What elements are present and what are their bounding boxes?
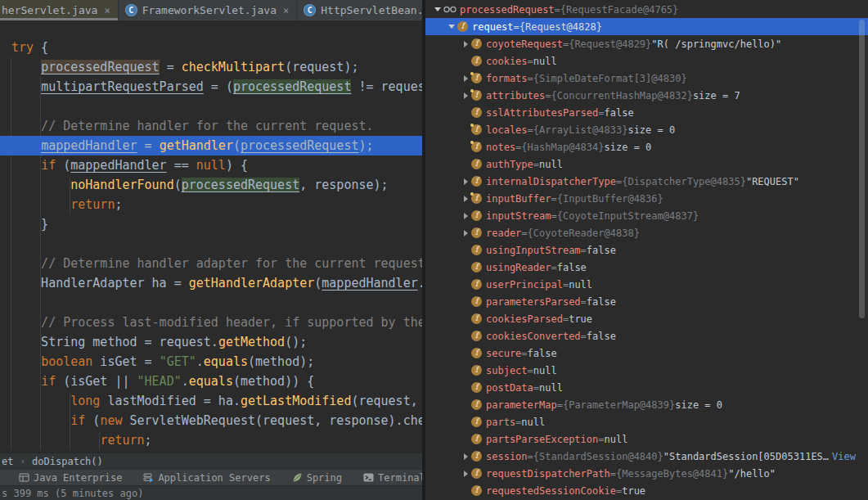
variable-value: null bbox=[605, 434, 628, 445]
chevron-right-icon[interactable] bbox=[460, 75, 471, 82]
variable-row-parametersParsed[interactable]: fparametersParsed = false bbox=[425, 293, 868, 310]
variable-row-formats[interactable]: fformats = {SimpleDateFormat[3]@4830} bbox=[425, 70, 868, 87]
code-line: // Determine handler for the current req… bbox=[0, 116, 422, 136]
execution-line: mappedHandler = getHandler(processedRequ… bbox=[0, 136, 422, 155]
code-line: if (isGet || "HEAD".equals(method)) { bbox=[0, 372, 422, 391]
variable-row-cookiesParsed[interactable]: fcookiesParsed = true bbox=[425, 310, 868, 327]
chevron-right-icon[interactable] bbox=[460, 178, 471, 185]
breadcrumb-item[interactable]: et bbox=[2, 456, 13, 467]
variable-row-coyoteRequest[interactable]: fcoyoteRequest = {Request@4829} "R( /spr… bbox=[425, 35, 868, 52]
variable-row-request[interactable]: frequest = {Request@4828} bbox=[425, 18, 868, 35]
variable-row-parameterMap[interactable]: fparameterMap = {ParameterMap@4839} size… bbox=[425, 396, 868, 413]
variable-value: "REQUEST" bbox=[746, 176, 799, 187]
code-line bbox=[0, 97, 422, 116]
variable-row-usingReader[interactable]: fusingReader = false bbox=[425, 259, 868, 276]
chevron-right-icon[interactable] bbox=[460, 41, 471, 47]
breadcrumb-item[interactable]: doDispatch() bbox=[32, 456, 103, 467]
editor-tab-herservlet-java[interactable]: herServlet.java× bbox=[0, 0, 119, 20]
field-icon: f bbox=[457, 21, 468, 32]
code-token bbox=[11, 158, 41, 173]
field-icon: f bbox=[471, 210, 482, 221]
variable-row-locales[interactable]: flocales = {ArrayList@4833} size = 0 bbox=[425, 121, 868, 138]
variable-row-sslAttributesParsed[interactable]: fsslAttributesParsed = false bbox=[425, 104, 868, 121]
chevron-down-icon[interactable] bbox=[432, 7, 443, 11]
variable-row-inputStream[interactable]: finputStream = {CoyoteInputStream@4837} bbox=[425, 207, 868, 224]
toolwindow-button-application-servers[interactable]: Application Servers bbox=[134, 470, 279, 485]
toolwindow-button-java-enterprise[interactable]: Java Enterprise bbox=[10, 470, 131, 485]
variable-row-notes[interactable]: fnotes = {HashMap@4834} size = 0 bbox=[425, 138, 868, 155]
code-token: equals bbox=[189, 374, 233, 389]
variable-value: size = 0 bbox=[605, 142, 652, 153]
final-field-dot-icon bbox=[470, 124, 474, 127]
tab-close-icon[interactable]: × bbox=[104, 5, 110, 16]
variable-row-subject[interactable]: fsubject = null bbox=[425, 362, 868, 379]
code-token: processedRequest bbox=[41, 60, 160, 74]
editor-tab-frameworkservlet-java[interactable]: CFrameworkServlet.java× bbox=[119, 0, 298, 20]
code-token: mappedHandler bbox=[41, 138, 137, 153]
terminal-icon bbox=[363, 472, 374, 483]
code-token: multipartRequestParsed bbox=[41, 79, 204, 94]
chevron-right-icon[interactable] bbox=[460, 230, 471, 236]
debugger-variables-panel[interactable]: processedRequest = {RequestFacade@4765}f… bbox=[425, 0, 868, 500]
view-link[interactable]: View bbox=[832, 451, 856, 462]
variable-row-parts[interactable]: fparts = null bbox=[425, 413, 868, 430]
variable-value: {StandardSession@4840} bbox=[533, 451, 663, 462]
variable-name: userPrincipal bbox=[486, 279, 563, 291]
equals-sign: = bbox=[528, 365, 533, 376]
variable-name: session bbox=[486, 451, 528, 462]
editor-tab-httpservletbean-java[interactable]: CHttpServletBean.java× bbox=[297, 0, 422, 20]
variable-name: processedRequest bbox=[460, 4, 555, 16]
code-editor[interactable]: try { processedRequest = checkMultipart(… bbox=[0, 21, 422, 453]
chevron-down-icon[interactable] bbox=[446, 25, 457, 29]
variable-value: false bbox=[528, 348, 557, 359]
code-token: getHandlerAdapter bbox=[189, 276, 315, 291]
variable-row-attributes[interactable]: fattributes = {ConcurrentHashMap@4832} s… bbox=[425, 87, 868, 104]
variable-row-requestDispatcherPath[interactable]: frequestDispatcherPath = {MessageBytes@4… bbox=[425, 465, 868, 482]
field-icon: f bbox=[471, 279, 482, 290]
variable-row-cookies[interactable]: fcookies = null bbox=[425, 52, 868, 70]
code-token bbox=[11, 79, 41, 94]
chevron-right-icon[interactable] bbox=[460, 213, 471, 219]
chevron-right-icon[interactable] bbox=[460, 471, 471, 477]
code-line: long lastModified = ha.getLastModified(r… bbox=[0, 391, 422, 411]
chevron-right-icon[interactable] bbox=[460, 453, 471, 460]
variable-row-authType[interactable]: fauthType = null bbox=[425, 155, 868, 173]
variable-row-partsParseException[interactable]: fpartsParseException = null bbox=[425, 430, 868, 448]
variable-value: false bbox=[587, 331, 616, 342]
chevron-right-icon[interactable] bbox=[460, 196, 471, 202]
variable-row-reader[interactable]: freader = {CoyoteReader@4838} bbox=[425, 224, 868, 241]
toolwindow-button-terminal[interactable]: Terminal bbox=[354, 470, 422, 485]
code-token: HandlerAdapter ha = bbox=[11, 276, 189, 291]
code-token: return bbox=[100, 433, 144, 448]
variable-name: secure bbox=[486, 348, 521, 359]
variable-name: postData bbox=[486, 382, 533, 394]
code-token bbox=[11, 197, 70, 212]
code-token: mappedHandler bbox=[322, 276, 417, 291]
variable-name: sslAttributesParsed bbox=[486, 107, 598, 119]
tab-close-icon[interactable]: × bbox=[283, 5, 289, 16]
toolwindow-button-spring[interactable]: Spring bbox=[283, 470, 351, 485]
field-icon: f bbox=[471, 142, 482, 152]
equals-sign: = bbox=[515, 417, 521, 428]
code-token: (method); bbox=[248, 354, 314, 369]
chevron-right-icon[interactable] bbox=[460, 92, 471, 99]
variable-row-usingInputStream[interactable]: fusingInputStream = false bbox=[425, 241, 868, 259]
variable-row-session[interactable]: fsession = {StandardSession@4840} "Stand… bbox=[425, 448, 868, 465]
variable-row-postData[interactable]: fpostData = null bbox=[425, 379, 868, 396]
field-icon: f bbox=[471, 399, 482, 410]
variable-row-cookiesConverted[interactable]: fcookiesConverted = false bbox=[425, 327, 868, 345]
variable-row-secure[interactable]: fsecure = false bbox=[425, 345, 868, 362]
code-token: ( bbox=[56, 158, 70, 173]
variable-row-userPrincipal[interactable]: fuserPrincipal = null bbox=[425, 276, 868, 293]
scrollbar-thumb[interactable] bbox=[859, 20, 865, 318]
equals-sign: = bbox=[551, 210, 556, 222]
variable-row-processedRequest[interactable]: processedRequest = {RequestFacade@4765} bbox=[425, 1, 868, 18]
spring-leaf-icon bbox=[292, 472, 303, 483]
field-icon: f bbox=[471, 313, 482, 324]
code-line: } bbox=[0, 214, 422, 234]
toolwindow-button-label: Application Servers bbox=[158, 472, 270, 484]
variable-row-requestedSessionCookie[interactable]: frequestedSessionCookie = true bbox=[425, 482, 868, 499]
class-icon: C bbox=[125, 4, 137, 16]
variable-row-internalDispatcherType[interactable]: finternalDispatcherType = {DispatcherTyp… bbox=[425, 173, 868, 190]
variable-row-inputBuffer[interactable]: finputBuffer = {InputBuffer@4836} bbox=[425, 190, 868, 207]
